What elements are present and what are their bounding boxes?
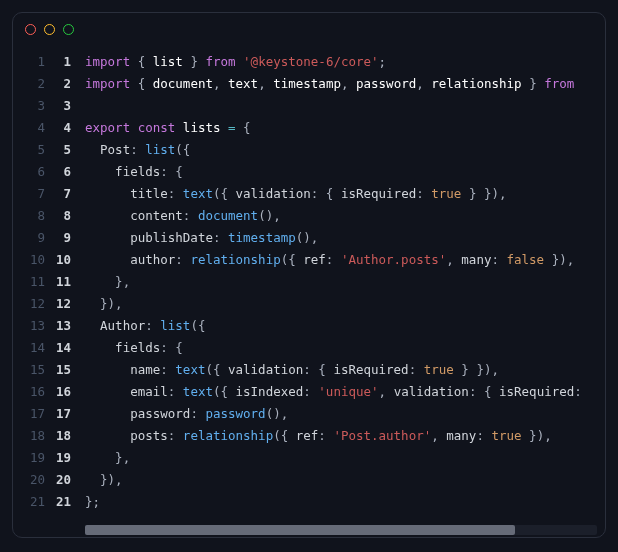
gutter-line-number: 10: [13, 249, 55, 271]
editor-window: 11import { list } from '@keystone-6/core…: [12, 12, 606, 538]
token-fld: many: [446, 428, 476, 443]
token-pn: [85, 252, 130, 267]
token-kw: from: [544, 76, 574, 91]
code-content[interactable]: author: relationship({ ref: 'Author.post…: [85, 249, 594, 271]
token-fld: isRequired: [341, 186, 416, 201]
token-pn: [236, 54, 244, 69]
code-content[interactable]: };: [85, 491, 120, 513]
code-line[interactable]: 77 title: text({ validation: { isRequire…: [13, 183, 605, 205]
token-pn: [175, 186, 183, 201]
token-pn: [386, 384, 394, 399]
token-pn: [130, 76, 138, 91]
token-fld: posts: [130, 428, 168, 443]
code-content[interactable]: Author: list({: [85, 315, 225, 337]
inner-line-number: 12: [55, 293, 85, 315]
token-fn: document: [198, 208, 258, 223]
token-bool: true: [431, 186, 461, 201]
code-line[interactable]: 1717 password: password(),: [13, 403, 605, 425]
code-line[interactable]: 1616 email: text({ isIndexed: 'unique', …: [13, 381, 605, 403]
token-pn: [85, 472, 100, 487]
code-content[interactable]: password: password(),: [85, 403, 308, 425]
inner-line-number: 3: [55, 95, 85, 117]
code-content[interactable]: name: text({ validation: { isRequired: t…: [85, 359, 519, 381]
code-line[interactable]: 66 fields: {: [13, 161, 605, 183]
code-content[interactable]: posts: relationship({ ref: 'Post.author'…: [85, 425, 572, 447]
code-line[interactable]: 1414 fields: {: [13, 337, 605, 359]
token-pn: [190, 208, 198, 223]
token-pn: ({: [205, 362, 228, 377]
code-line[interactable]: 88 content: document(),: [13, 205, 605, 227]
code-content[interactable]: },: [85, 447, 150, 469]
token-wt: password: [356, 76, 416, 91]
code-line[interactable]: 1818 posts: relationship({ ref: 'Post.au…: [13, 425, 605, 447]
token-pn: [145, 76, 153, 91]
token-bool: true: [491, 428, 521, 443]
token-fld: publishDate: [130, 230, 213, 245]
code-content[interactable]: content: document(),: [85, 205, 301, 227]
code-line[interactable]: 11import { list } from '@keystone-6/core…: [13, 51, 605, 73]
token-pn: [85, 164, 115, 179]
token-fn: relationship: [190, 252, 280, 267]
token-pn: [85, 186, 130, 201]
token-fld: many: [461, 252, 491, 267]
code-content[interactable]: }),: [85, 293, 143, 315]
token-pn: [85, 450, 115, 465]
gutter-line-number: 11: [13, 271, 55, 293]
code-content[interactable]: Post: list({: [85, 139, 210, 161]
token-pn: {: [175, 340, 183, 355]
code-line[interactable]: 2121};: [13, 491, 605, 513]
token-wt: document: [153, 76, 213, 91]
code-line[interactable]: 1111 },: [13, 271, 605, 293]
scrollbar-thumb[interactable]: [85, 525, 515, 535]
code-content[interactable]: fields: {: [85, 161, 203, 183]
minimize-icon[interactable]: [44, 24, 55, 35]
code-content[interactable]: title: text({ validation: { isRequired: …: [85, 183, 527, 205]
token-pn: }: [529, 76, 537, 91]
code-content[interactable]: }),: [85, 469, 143, 491]
token-pn: [416, 362, 424, 377]
code-content[interactable]: import { document, text, timestamp, pass…: [85, 73, 594, 95]
token-pn: } }),: [461, 186, 506, 201]
token-kw: import: [85, 76, 130, 91]
code-line[interactable]: 1919 },: [13, 447, 605, 469]
token-pn: [175, 120, 183, 135]
code-content[interactable]: email: text({ isIndexed: 'unique', valid…: [85, 381, 602, 403]
token-pn: [85, 362, 130, 377]
code-line[interactable]: 1212 }),: [13, 293, 605, 315]
code-line[interactable]: 1313 Author: list({: [13, 315, 605, 337]
inner-line-number: 6: [55, 161, 85, 183]
code-line[interactable]: 33: [13, 95, 605, 117]
code-content[interactable]: import { list } from '@keystone-6/core';: [85, 51, 406, 73]
inner-line-number: 17: [55, 403, 85, 425]
close-icon[interactable]: [25, 24, 36, 35]
code-content[interactable]: },: [85, 271, 150, 293]
code-line[interactable]: 1010 author: relationship({ ref: 'Author…: [13, 249, 605, 271]
code-line[interactable]: 44export const lists = {: [13, 117, 605, 139]
token-fn: text: [183, 186, 213, 201]
code-line[interactable]: 22import { document, text, timestamp, pa…: [13, 73, 605, 95]
token-fld: content: [130, 208, 183, 223]
token-fld: validation: [236, 186, 311, 201]
code-content[interactable]: fields: {: [85, 337, 203, 359]
token-pn: }),: [522, 428, 552, 443]
inner-line-number: 2: [55, 73, 85, 95]
code-line[interactable]: 1515 name: text({ validation: { isRequir…: [13, 359, 605, 381]
code-content[interactable]: export const lists = {: [85, 117, 271, 139]
code-line[interactable]: 55 Post: list({: [13, 139, 605, 161]
gutter-line-number: 13: [13, 315, 55, 337]
code-content[interactable]: publishDate: timestamp(),: [85, 227, 338, 249]
token-fn: text: [183, 384, 213, 399]
zoom-icon[interactable]: [63, 24, 74, 35]
code-line[interactable]: 99 publishDate: timestamp(),: [13, 227, 605, 249]
code-editor[interactable]: 11import { list } from '@keystone-6/core…: [13, 45, 605, 525]
gutter-line-number: 2: [13, 73, 55, 95]
token-kw: export: [85, 120, 130, 135]
token-pn: [85, 142, 100, 157]
token-pn: :: [574, 384, 582, 399]
token-fld: isIndexed: [236, 384, 304, 399]
horizontal-scrollbar[interactable]: [85, 525, 597, 535]
gutter-line-number: 19: [13, 447, 55, 469]
code-line[interactable]: 2020 }),: [13, 469, 605, 491]
token-pn: ,: [416, 76, 424, 91]
token-pn: :: [190, 406, 198, 421]
